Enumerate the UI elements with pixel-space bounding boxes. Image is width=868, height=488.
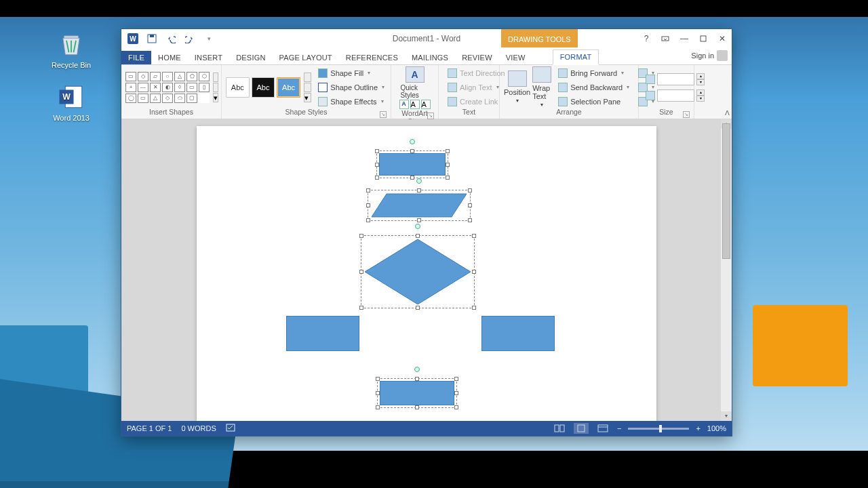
ribbon: ▭◇▱○△⬠⬡ +—✕◐◊▭▯ ◯▭△◇⬭▢ ▾ Insert Shapes A… (121, 65, 732, 119)
qat-save[interactable] (144, 31, 159, 46)
tab-home[interactable]: HOME (151, 51, 188, 64)
shape-styles-more[interactable]: ▾ (304, 73, 311, 102)
tab-mailings[interactable]: MAILINGS (405, 51, 455, 64)
text-outline-button[interactable]: A (410, 100, 420, 109)
view-print-layout[interactable] (574, 423, 589, 434)
user-avatar-icon (717, 50, 728, 61)
selection-frame[interactable] (377, 378, 457, 408)
group-wordart-label: WordArt St…↘ (395, 109, 434, 120)
status-words[interactable]: 0 WORDS (181, 424, 216, 432)
flowchart-process-2[interactable] (286, 316, 359, 351)
zoom-level[interactable]: 100% (707, 424, 726, 432)
align-text-icon (448, 83, 457, 92)
svg-rect-11 (560, 425, 564, 432)
zoom-in-button[interactable]: + (696, 424, 700, 432)
maximize-button[interactable] (694, 31, 713, 46)
size-launcher[interactable]: ↘ (683, 111, 690, 118)
windows-taskbar[interactable] (0, 481, 868, 488)
bring-forward-icon (558, 68, 568, 78)
selection-frame[interactable] (376, 150, 448, 178)
ribbon-tabs: FILE HOME INSERT DESIGN PAGE LAYOUT REFE… (121, 48, 732, 65)
position-button[interactable]: Position▾ (504, 70, 530, 104)
desktop-word-2013[interactable]: W Word 2013 (51, 83, 92, 122)
shape-effects-button[interactable]: Shape Effects (316, 96, 387, 108)
ribbon-options-icon (661, 35, 669, 43)
selection-pane-button[interactable]: Selection Pane (556, 96, 631, 108)
tab-references[interactable]: REFERENCES (339, 51, 405, 64)
recycle-bin-icon (57, 30, 85, 58)
effects-icon (318, 97, 328, 106)
wordart-icon: A (406, 66, 425, 83)
bring-forward-button[interactable]: Bring Forward (556, 67, 631, 79)
qat-customize[interactable]: ▾ (201, 31, 216, 46)
desktop-recycle-bin[interactable]: Recycle Bin (51, 30, 92, 69)
qat-redo[interactable] (182, 31, 197, 46)
ribbon-display-options[interactable] (656, 31, 675, 46)
scroll-down-button[interactable]: ▾ (721, 411, 732, 421)
svg-rect-6 (701, 36, 706, 41)
group-insert-shapes-label: Insert Shapes (125, 108, 217, 119)
text-fill-button[interactable]: A (399, 100, 409, 109)
help-button[interactable]: ? (637, 31, 656, 46)
group-shape-styles-label: Shape Styles↘ (226, 108, 387, 119)
shape-style-3[interactable]: Abc (277, 77, 300, 98)
zoom-slider[interactable] (628, 428, 689, 430)
view-web-layout[interactable] (595, 423, 610, 434)
outline-icon (318, 83, 328, 92)
text-effects-button[interactable]: A (421, 100, 431, 109)
send-backward-button[interactable]: Send Backward (556, 81, 631, 94)
vertical-scrollbar[interactable]: ▴ ▾ (721, 119, 732, 421)
link-icon (448, 97, 457, 106)
position-icon (508, 70, 527, 87)
wrap-text-icon (532, 66, 551, 83)
shapes-gallery[interactable]: ▭◇▱○△⬠⬡ +—✕◐◊▭▯ ◯▭△◇⬭▢ (125, 72, 210, 103)
maximize-icon (700, 35, 707, 42)
desktop-icon-label: Recycle Bin (51, 61, 92, 69)
close-button[interactable]: ✕ (713, 31, 732, 46)
status-page[interactable]: PAGE 1 OF 1 (127, 424, 172, 432)
tab-view[interactable]: VIEW (499, 51, 532, 64)
svg-rect-4 (150, 35, 154, 37)
height-icon (646, 75, 655, 84)
shapes-gallery-more[interactable]: ▾ (213, 73, 218, 102)
word-app-icon: W (57, 83, 85, 111)
word-window: W ▾ Document1 - Word DRAWING TOOLS ? — ✕… (121, 28, 732, 436)
quick-styles-button[interactable]: A Quick Styles (401, 66, 429, 99)
scroll-thumb[interactable] (722, 123, 730, 259)
shape-outline-button[interactable]: Shape Outline (316, 81, 387, 94)
sign-in-label: Sign in (691, 52, 714, 60)
shape-styles-launcher[interactable]: ↘ (380, 111, 387, 118)
save-icon (147, 34, 157, 43)
status-proofing-icon[interactable] (226, 423, 235, 434)
shape-style-1[interactable]: Abc (226, 77, 250, 98)
width-icon (646, 91, 655, 100)
tab-page-layout[interactable]: PAGE LAYOUT (273, 51, 339, 64)
document-area: ▴ ▾ (121, 119, 732, 421)
minimize-button[interactable]: — (675, 31, 694, 46)
qat-undo[interactable] (163, 31, 178, 46)
group-text-label: Text (443, 108, 495, 119)
tab-insert[interactable]: INSERT (188, 51, 229, 64)
redo-icon (185, 34, 195, 43)
tab-format[interactable]: FORMAT (553, 49, 599, 65)
wrap-text-button[interactable]: Wrap Text▾ (532, 66, 551, 108)
desktop-icon-label: Word 2013 (51, 114, 92, 122)
selection-frame[interactable] (361, 235, 475, 308)
app-icon[interactable]: W (125, 31, 140, 46)
tab-file[interactable]: FILE (121, 51, 151, 64)
zoom-out-button[interactable]: − (617, 424, 621, 432)
view-read-mode[interactable] (552, 423, 567, 434)
shape-style-2[interactable]: Abc (252, 77, 275, 98)
wordart-launcher[interactable]: ↘ (427, 113, 434, 119)
selection-frame[interactable] (368, 190, 471, 221)
group-size-label: Size↘ (643, 108, 690, 119)
send-backward-icon (558, 83, 568, 92)
tab-review[interactable]: REVIEW (455, 51, 499, 64)
collapse-ribbon-button[interactable]: ᐱ (725, 109, 730, 117)
tab-design[interactable]: DESIGN (229, 51, 272, 64)
sign-in-link[interactable]: Sign in (691, 50, 728, 61)
document-page[interactable] (197, 126, 656, 421)
undo-icon (166, 34, 176, 43)
flowchart-process-3[interactable] (481, 316, 555, 351)
shape-fill-button[interactable]: Shape Fill (316, 67, 387, 79)
